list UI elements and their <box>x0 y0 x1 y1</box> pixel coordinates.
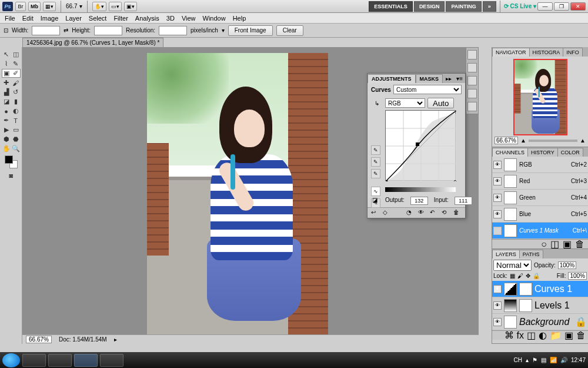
bridge-button[interactable]: Br <box>15 2 26 11</box>
eye-icon[interactable]: 👁 <box>493 177 502 185</box>
fill-field[interactable]: 100% <box>568 272 587 280</box>
eyedropper-gray-icon[interactable]: ✎ <box>371 157 380 167</box>
eye-icon[interactable]: 👁 <box>493 194 502 202</box>
brush-tool[interactable]: 🖌 <box>12 79 20 87</box>
zoom-in-icon[interactable]: ▲ <box>580 137 586 144</box>
cs-live[interactable]: ⟳ CS Live ▾ <box>504 3 536 9</box>
lasso-tool[interactable]: ⌇ <box>2 60 11 68</box>
output-field[interactable] <box>410 197 428 205</box>
layer-curves-1[interactable]: 👁Curves 1 <box>492 281 588 297</box>
reset-icon[interactable]: ⟲ <box>442 209 450 217</box>
menu-window[interactable]: Window <box>203 15 226 22</box>
eyedropper-black-icon[interactable]: ✎ <box>371 145 380 155</box>
crop-tool[interactable]: ▣ <box>2 69 11 78</box>
eraser-tool[interactable]: ◪ <box>2 98 11 106</box>
delete-layer-icon[interactable]: 🗑 <box>576 330 586 341</box>
dodge-tool[interactable]: ◐ <box>12 107 20 115</box>
layer-mask-icon[interactable]: ◫ <box>527 330 536 341</box>
save-selection-icon[interactable]: ◫ <box>550 238 559 250</box>
targeted-adjust-icon[interactable]: ↳ <box>371 100 383 107</box>
eye-icon[interactable]: 👁 <box>493 161 502 169</box>
eye-icon[interactable]: 👁 <box>493 318 502 326</box>
lock-transparent-icon[interactable]: ▦ <box>510 273 515 279</box>
lock-position-icon[interactable]: ✥ <box>526 273 530 279</box>
navigator-thumbnail[interactable] <box>513 59 567 135</box>
quick-select-tool[interactable]: ✎ <box>12 60 20 68</box>
task-explorer[interactable] <box>22 354 46 367</box>
eye-icon[interactable] <box>493 227 502 235</box>
workspace-painting[interactable]: PAINTING <box>446 1 481 12</box>
workspace-design[interactable]: DESIGN <box>414 1 445 12</box>
zoom-tool[interactable]: 🔍 <box>12 145 20 153</box>
color-swatches[interactable] <box>5 155 18 168</box>
zoom-out-icon[interactable]: ▲ <box>520 137 526 144</box>
stamp-tool[interactable]: ▟ <box>2 88 11 97</box>
new-channel-icon[interactable]: ▣ <box>563 238 572 250</box>
layer-background[interactable]: 👁Background🔒 <box>492 314 588 330</box>
maximize-button[interactable]: ❐ <box>554 2 569 11</box>
3d-camera-tool[interactable]: ⬣ <box>12 135 20 144</box>
status-zoom[interactable]: 66.67% <box>26 336 52 343</box>
lock-all-icon[interactable]: 🔒 <box>533 273 540 279</box>
tab-histogram[interactable]: HISTOGRA <box>529 48 564 57</box>
previous-state-icon[interactable]: ↶ <box>430 209 438 217</box>
histogram-toggle-icon[interactable]: ◪ <box>372 197 377 203</box>
dock-icon-5[interactable] <box>467 102 477 111</box>
zoom-slider[interactable] <box>529 140 577 142</box>
channel-green[interactable]: 👁GreenCtrl+4 <box>492 190 588 206</box>
delete-adjustment-icon[interactable]: 🗑 <box>453 209 462 217</box>
height-field[interactable] <box>94 26 122 35</box>
3d-tool[interactable]: ⬢ <box>2 135 11 144</box>
task-other[interactable] <box>100 354 123 367</box>
document-tab[interactable]: 14256364.jpg @ 66.7% (Curves 1, Layer Ma… <box>22 38 163 47</box>
status-doc[interactable]: Doc: 1.54M/1.54M <box>59 336 107 343</box>
return-to-list-icon[interactable]: ↩ <box>371 209 379 217</box>
menu-edit[interactable]: Edit <box>22 15 34 22</box>
quick-mask-toggle[interactable]: ◙ <box>6 171 16 180</box>
channel-blue[interactable]: 👁BlueCtrl+5 <box>492 206 588 223</box>
tray-overflow-icon[interactable]: ▴ <box>526 357 529 363</box>
history-brush-tool[interactable]: ↺ <box>12 88 20 97</box>
curve-graph[interactable] <box>385 110 456 181</box>
input-field[interactable] <box>455 197 472 205</box>
tray-volume-icon[interactable]: 🔊 <box>560 357 567 363</box>
tab-masks[interactable]: MASKS <box>416 74 443 83</box>
tab-channels[interactable]: CHANNELS <box>492 148 528 157</box>
arrange-button[interactable]: ▭▾ <box>109 2 122 11</box>
eyedropper-tool[interactable]: ✐ <box>12 69 20 78</box>
hand-tool[interactable]: ✋ <box>2 145 11 153</box>
layer-fx-icon[interactable]: fx <box>517 330 524 341</box>
channel-curves-mask[interactable]: Curves 1 MaskCtrl+\ <box>492 223 588 239</box>
clock[interactable]: 12:47 <box>571 357 586 363</box>
eyedropper-white-icon[interactable]: ✎ <box>371 169 380 178</box>
dock-icon-1[interactable] <box>467 50 477 59</box>
tab-history[interactable]: HISTORY <box>527 148 558 157</box>
tray-flag-icon[interactable]: ⚑ <box>532 357 537 363</box>
tab-navigator[interactable]: NAVIGATOR <box>492 48 530 57</box>
dock-icon-3[interactable] <box>467 76 477 85</box>
menu-filter[interactable]: Filter <box>113 15 128 22</box>
blur-tool[interactable]: ● <box>2 107 11 115</box>
close-button[interactable]: ✕ <box>570 2 586 11</box>
eye-icon[interactable]: 👁 <box>493 301 502 310</box>
menu-image[interactable]: Image <box>41 15 59 22</box>
task-photoshop[interactable] <box>74 354 98 367</box>
menu-help[interactable]: Help <box>233 15 246 22</box>
adjustment-layer-icon[interactable]: ◐ <box>539 330 547 341</box>
menu-select[interactable]: Select <box>89 15 107 22</box>
lock-pixels-icon[interactable]: 🖌 <box>517 273 523 279</box>
clip-to-layer-icon[interactable]: ◔ <box>406 209 415 217</box>
tab-layers[interactable]: LAYERS <box>492 250 520 258</box>
new-layer-icon[interactable]: ▣ <box>564 330 573 341</box>
link-layers-icon[interactable]: ⌘ <box>505 330 514 341</box>
hand-tool-button[interactable]: ✋▾ <box>92 2 106 11</box>
shape-tool[interactable]: ▭ <box>12 126 20 134</box>
type-tool[interactable]: T <box>12 117 20 125</box>
panel-menu-icon[interactable]: ▾≡ <box>454 75 465 82</box>
tab-paths[interactable]: PATHS <box>519 250 543 258</box>
menu-file[interactable]: File <box>5 15 15 22</box>
swap-icon[interactable]: ⇄ <box>64 27 68 34</box>
delete-channel-icon[interactable]: 🗑 <box>575 239 584 250</box>
front-image-button[interactable]: Front Image <box>228 25 273 36</box>
screen-mode-button[interactable]: ▣▾ <box>124 2 137 11</box>
